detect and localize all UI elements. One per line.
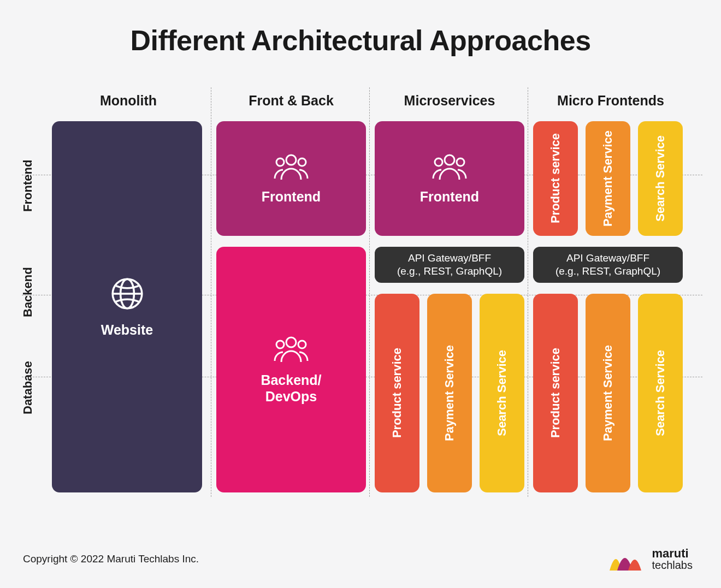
col-head-monolith: Monolith <box>49 93 208 109</box>
row-label-database: Database <box>21 338 35 437</box>
col-head-microservices: Microservices <box>375 93 524 109</box>
svg-point-7 <box>276 341 284 348</box>
copyright: Copyright © 2022 Maruti Techlabs Inc. <box>23 553 199 565</box>
svg-point-9 <box>445 155 454 165</box>
ms-svc-0-label: Product service <box>390 348 404 438</box>
brand-mark: maruti techlabs <box>606 547 693 572</box>
svg-point-10 <box>435 158 442 166</box>
maruti-logo-icon <box>606 547 645 572</box>
page-title: Different Architectural Approaches <box>0 24 721 57</box>
diagram-stage: Monolith Front & Back Microservices Micr… <box>22 87 702 508</box>
ms-svc-2-label: Search Service <box>495 350 509 436</box>
row-label-frontend: Frontend <box>21 136 35 235</box>
mf-gateway-card: API Gateway/BFF (e.g., REST, GraphQL) <box>533 247 683 283</box>
mf-fe-1: Payment Service <box>586 121 630 236</box>
ms-gateway-card: API Gateway/BFF (e.g., REST, GraphQL) <box>375 247 524 283</box>
mf-svc-2: Search Service <box>638 294 683 492</box>
team-icon <box>270 335 312 364</box>
ms-svc-2: Search Service <box>480 294 524 492</box>
mf-fe-2: Search Service <box>638 121 683 236</box>
monolith-label: Website <box>101 322 153 338</box>
ms-gateway-line2: (e.g., REST, GraphQL) <box>397 265 502 278</box>
ms-svc-1-label: Payment Service <box>442 345 457 441</box>
svg-point-5 <box>298 158 306 166</box>
mf-gateway-line2: (e.g., REST, GraphQL) <box>555 265 660 278</box>
ms-frontend-card: Frontend <box>375 121 524 236</box>
fb-frontend-label: Frontend <box>262 188 321 205</box>
mf-fe-1-label: Payment Service <box>601 130 615 227</box>
svg-point-6 <box>286 337 296 347</box>
svg-point-11 <box>457 158 464 166</box>
mf-svc-0-label: Product service <box>548 348 563 438</box>
globe-icon <box>109 276 145 312</box>
fb-backend-card: Backend/ DevOps <box>216 247 366 492</box>
ms-frontend-label: Frontend <box>420 188 479 205</box>
mf-svc-2-label: Search Service <box>653 350 667 436</box>
mf-gateway-line1: API Gateway/BFF <box>566 252 649 265</box>
ms-svc-1: Payment Service <box>427 294 472 492</box>
col-head-front-back: Front & Back <box>216 93 366 109</box>
brand-line2: techlabs <box>652 560 693 571</box>
fb-frontend-card: Frontend <box>216 121 366 236</box>
mf-svc-1-label: Payment Service <box>601 345 615 441</box>
mf-fe-2-label: Search Service <box>653 135 667 222</box>
mf-fe-0: Product service <box>533 121 578 236</box>
brand-line1: maruti <box>652 548 693 560</box>
mf-fe-0-label: Product service <box>548 133 563 223</box>
brand-text: maruti techlabs <box>652 548 693 571</box>
monolith-card: Website <box>52 121 202 492</box>
team-icon <box>270 152 312 182</box>
ms-svc-0: Product service <box>375 294 419 492</box>
svg-point-3 <box>286 155 296 165</box>
col-head-microfrontends: Micro Frontends <box>533 93 688 109</box>
mf-svc-1: Payment Service <box>586 294 630 492</box>
mf-svc-0: Product service <box>533 294 578 492</box>
team-icon <box>429 152 470 182</box>
svg-point-8 <box>298 341 306 348</box>
ms-gateway-line1: API Gateway/BFF <box>408 252 491 265</box>
row-label-backend: Backend <box>21 251 35 333</box>
fb-backend-label: Backend/ DevOps <box>261 372 321 405</box>
svg-point-4 <box>276 158 284 166</box>
